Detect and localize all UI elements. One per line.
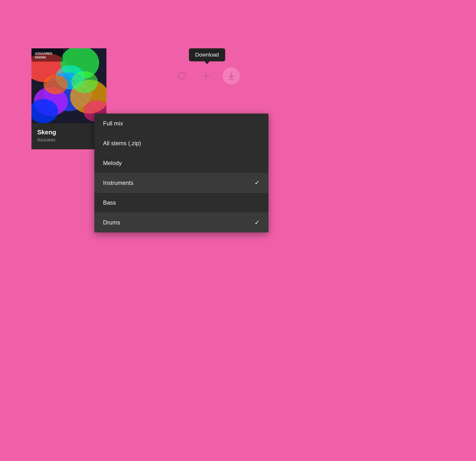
menu-item-label-full-mix: Full mix xyxy=(103,120,123,127)
add-button[interactable] xyxy=(198,68,214,84)
menu-item-check-instruments: ✓ xyxy=(255,179,260,187)
main-container: AZUCARES SKENG Skeng Azucares Download xyxy=(31,48,109,149)
menu-item-label-instruments: Instruments xyxy=(103,180,133,186)
menu-item-bass[interactable]: Bass xyxy=(94,193,268,213)
actions-area: Download xyxy=(174,48,240,85)
track-artist: Azucares xyxy=(37,138,101,143)
menu-item-all-stems[interactable]: All stems (.zip) xyxy=(94,133,268,153)
album-art: AZUCARES SKENG xyxy=(31,48,106,123)
action-icons-row xyxy=(174,67,240,85)
menu-item-label-bass: Bass xyxy=(103,199,116,206)
download-button[interactable] xyxy=(222,67,240,85)
album-label: AZUCARES SKENG xyxy=(35,52,52,59)
download-tooltip: Download xyxy=(189,48,225,61)
like-button[interactable] xyxy=(174,68,190,84)
menu-item-instruments[interactable]: Instruments ✓ xyxy=(94,173,268,193)
svg-point-7 xyxy=(43,75,68,94)
menu-item-full-mix[interactable]: Full mix xyxy=(94,114,268,133)
menu-item-label-melody: Melody xyxy=(103,160,122,166)
menu-item-label-drums: Drums xyxy=(103,219,120,226)
menu-item-check-drums: ✓ xyxy=(255,219,260,226)
menu-item-label-all-stems: All stems (.zip) xyxy=(103,140,141,147)
menu-item-melody[interactable]: Melody xyxy=(94,153,268,173)
menu-item-drums[interactable]: Drums ✓ xyxy=(94,213,268,232)
track-title: Skeng xyxy=(37,129,101,136)
download-dropdown: Full mix All stems (.zip) Melody Instrum… xyxy=(94,114,268,232)
